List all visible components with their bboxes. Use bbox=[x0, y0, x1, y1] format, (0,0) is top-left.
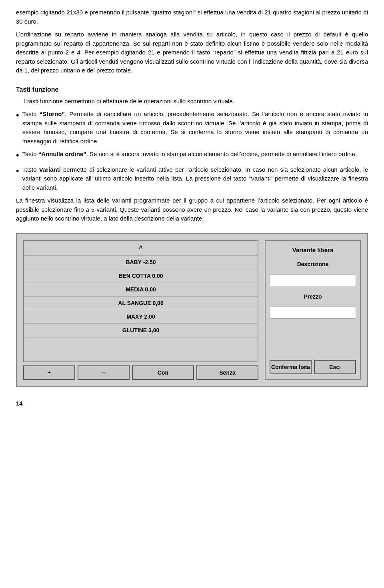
right-panel: Variante libera Descrizione Prezzo Confe… bbox=[265, 240, 361, 380]
descrizione-input[interactable] bbox=[270, 274, 356, 286]
con-button[interactable]: Con bbox=[132, 365, 194, 380]
variant-item-glutine[interactable]: GLUTINE 3,00 bbox=[24, 324, 258, 337]
bullet-text-2: Tasto “Annulla ordine”. Se non si è anco… bbox=[22, 150, 368, 159]
paragraph-2: L’ordinazione su reparto avviene in mani… bbox=[16, 30, 368, 75]
plus-button[interactable]: + bbox=[23, 365, 75, 380]
bullet-text-1: Tasto “Storno”. Permette di cancellare u… bbox=[22, 110, 368, 146]
bullet-annulla: • Tasto “Annulla ordine”. Se non si è an… bbox=[16, 150, 368, 161]
esci-button[interactable]: Esci bbox=[314, 360, 356, 374]
page-content: esempio digitando 21x30 e premenndo il p… bbox=[16, 8, 368, 408]
section-intro: I tasti funzione permettono di effettuar… bbox=[24, 97, 368, 106]
page-number: 14 bbox=[16, 399, 368, 408]
variant-paragraph: La finestra visualizza la lista delle va… bbox=[16, 196, 368, 223]
section-title: Tasti funzione bbox=[16, 85, 368, 94]
descrizione-label: Descrizione bbox=[270, 260, 356, 269]
prezzo-input[interactable] bbox=[270, 307, 356, 319]
senza-button[interactable]: Senza bbox=[196, 365, 258, 380]
bullet-dot-2: • bbox=[16, 150, 19, 161]
variant-item-bencotta[interactable]: BEN COTTA 0,00 bbox=[24, 269, 258, 283]
bullet-dot-3: • bbox=[16, 165, 19, 177]
bullet-dot-1: • bbox=[16, 110, 19, 121]
left-buttons: + — Con Senza bbox=[23, 365, 258, 380]
variant-list: ^ BABY -2,50 BEN COTTA 0,00 MEDIA 0,00 A… bbox=[23, 240, 258, 362]
variant-item-media[interactable]: MEDIA 0,00 bbox=[24, 283, 258, 297]
variant-dialog: ^ BABY -2,50 BEN COTTA 0,00 MEDIA 0,00 A… bbox=[16, 233, 368, 387]
minus-button[interactable]: — bbox=[78, 365, 130, 380]
variant-caret[interactable]: ^ bbox=[24, 241, 258, 256]
conferma-lista-button[interactable]: Conferma lista bbox=[270, 360, 312, 374]
left-panel: ^ BABY -2,50 BEN COTTA 0,00 MEDIA 0,00 A… bbox=[23, 240, 258, 380]
variant-item-maxy[interactable]: MAXY 2,00 bbox=[24, 310, 258, 324]
right-buttons: Conferma lista Esci bbox=[270, 360, 356, 374]
bullet-text-3: Tasto Varianti permette di selezionare l… bbox=[22, 165, 368, 193]
variant-item-baby[interactable]: BABY -2,50 bbox=[24, 256, 258, 269]
bullet-storno: • Tasto “Storno”. Permette di cancellare… bbox=[16, 110, 368, 146]
prezzo-label: Prezzo bbox=[270, 293, 356, 301]
paragraph-1: esempio digitando 21x30 e premenndo il p… bbox=[16, 8, 368, 26]
variant-item-alsangue[interactable]: AL SANGUE 0,00 bbox=[24, 297, 258, 310]
bullet-varianti: • Tasto Varianti permette di selezionare… bbox=[16, 165, 368, 193]
right-panel-title: Variante libera bbox=[270, 246, 356, 255]
variant-spacer bbox=[24, 337, 258, 361]
